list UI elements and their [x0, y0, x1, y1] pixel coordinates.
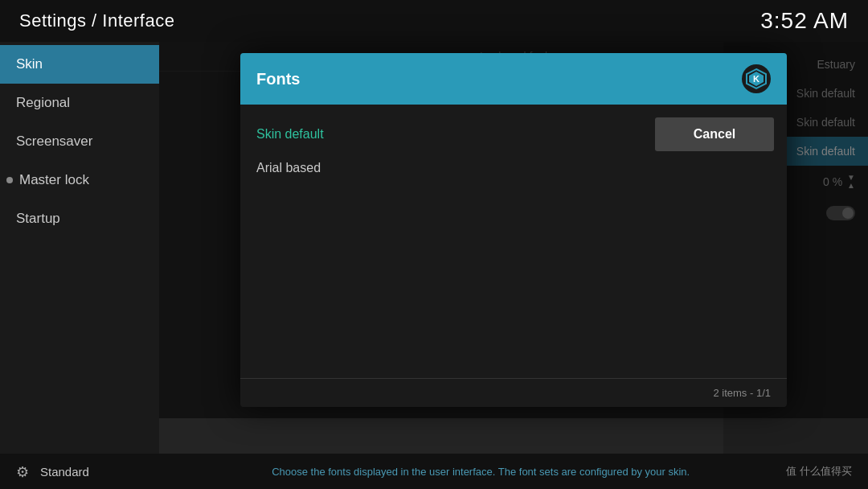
content-area: Look and feel Estuary Skin default Skin … — [159, 42, 868, 454]
sidebar-item-master-lock[interactable]: Master lock — [0, 161, 159, 199]
gear-icon: ⚙ — [16, 463, 32, 479]
fonts-modal: Fonts K Skin default — [240, 53, 787, 407]
modal-footer: 2 items - 1/1 — [240, 378, 787, 407]
modal-overlay: Fonts K Skin default — [159, 42, 868, 418]
modal-header: Fonts K — [240, 53, 787, 105]
settings-level-label: Standard — [40, 465, 89, 479]
sidebar-item-regional[interactable]: Regional — [0, 84, 159, 122]
page-title: Settings / Interface — [19, 10, 174, 31]
clock: 3:52 AM — [760, 8, 849, 34]
modal-body: Skin default Arial based Cancel — [240, 105, 787, 378]
watermark-text: 值 什么值得买 — [786, 464, 852, 479]
svg-text:K: K — [753, 74, 760, 84]
font-item-arial-based[interactable]: Arial based — [240, 151, 642, 185]
font-item-skin-default[interactable]: Skin default — [240, 117, 642, 151]
cancel-button[interactable]: Cancel — [655, 117, 774, 151]
sidebar: Skin Regional Screensaver Master lock St… — [0, 42, 159, 454]
sidebar-item-startup[interactable]: Startup — [0, 199, 159, 238]
lock-indicator-icon — [6, 177, 13, 183]
bottom-bar: ⚙ Standard Choose the fonts displayed in… — [0, 454, 868, 489]
main-layout: Skin Regional Screensaver Master lock St… — [0, 42, 868, 454]
kodi-logo-icon: K — [742, 64, 771, 93]
hint-text: Choose the fonts displayed in the user i… — [175, 466, 786, 478]
font-list: Skin default Arial based — [240, 105, 642, 378]
modal-title: Fonts — [256, 70, 300, 88]
settings-level: ⚙ Standard — [16, 463, 175, 479]
header: Settings / Interface 3:52 AM — [0, 0, 868, 42]
sidebar-item-skin[interactable]: Skin — [0, 45, 159, 84]
modal-actions: Cancel — [642, 105, 787, 378]
sidebar-item-screensaver[interactable]: Screensaver — [0, 122, 159, 161]
